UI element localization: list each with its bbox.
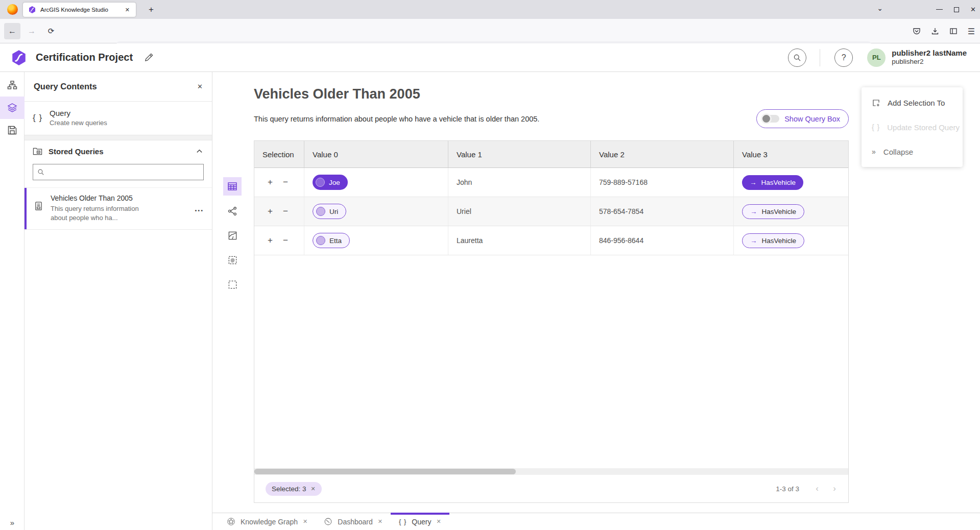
cell-value[interactable]: Lauretta (448, 226, 591, 255)
sidebar-icon[interactable] (949, 27, 958, 35)
map-view-button[interactable] (223, 226, 242, 245)
toggle-switch[interactable] (762, 115, 779, 123)
cell-value[interactable]: Uriel (448, 197, 591, 226)
stored-query-item[interactable]: Vehicles Older Than 2005 This query retu… (25, 187, 212, 230)
new-query-item[interactable]: { } Query Create new queries (25, 102, 212, 135)
browser-tab[interactable]: ArcGIS Knowledge Studio ✕ (23, 3, 136, 17)
remove-from-selection-icon[interactable]: − (283, 177, 288, 187)
horizontal-scrollbar[interactable] (254, 468, 848, 475)
menu-item-update-stored-query[interactable]: { } Update Stored Query (862, 115, 963, 139)
entity-dot-icon (316, 207, 325, 216)
tab-query[interactable]: { } Query ✕ (391, 513, 449, 530)
query-viewer: Vehicles Older Than 2005 This query retu… (212, 72, 980, 530)
remove-from-selection-icon[interactable]: − (283, 206, 288, 216)
search-button[interactable] (788, 49, 806, 67)
menu-icon[interactable]: ☰ (968, 27, 975, 36)
menu-item-collapse[interactable]: » Collapse (862, 139, 963, 164)
window-minimize-icon[interactable] (936, 9, 943, 10)
entity-pill[interactable]: Uri (313, 204, 346, 219)
rail-expand-icon[interactable]: » (0, 518, 25, 527)
search-input[interactable] (49, 168, 199, 176)
reload-button[interactable]: ⟳ (43, 23, 59, 39)
entity-pill[interactable]: Joe (313, 175, 348, 190)
stored-queries-header[interactable]: Stored Queries (25, 140, 212, 162)
column-header[interactable]: Value 1 (448, 141, 591, 167)
stored-queries-title: Stored Queries (49, 147, 190, 156)
column-header[interactable]: Value 0 (304, 141, 448, 167)
browser-tab-title: ArcGIS Knowledge Studio (40, 7, 119, 13)
chevron-up-icon[interactable] (196, 148, 203, 155)
relationship-pill[interactable]: → HasVehicle (742, 233, 804, 248)
column-header[interactable]: Selection (254, 141, 304, 167)
rail-item-data-model[interactable] (0, 74, 25, 97)
page-title: Vehicles Older Than 2005 (254, 86, 420, 102)
tab-dashboard[interactable]: Dashboard ✕ (316, 513, 391, 530)
user-block[interactable]: publisher2 lastName publisher2 (892, 49, 967, 67)
add-to-selection-icon[interactable]: + (268, 235, 273, 246)
selection-context-menu: Add Selection To { } Update Stored Query… (862, 87, 963, 167)
downloads-icon[interactable] (931, 27, 939, 35)
tab-knowledge-graph[interactable]: Knowledge Graph ✕ (219, 513, 316, 530)
help-button[interactable]: ? (834, 49, 853, 67)
show-query-box-label: Show Query Box (784, 115, 840, 123)
user-subtitle: publisher2 (892, 58, 967, 66)
stored-queries-search[interactable] (33, 164, 204, 180)
firefox-logo-icon[interactable] (7, 4, 18, 15)
new-tab-button[interactable]: + (145, 4, 157, 16)
density-icon (228, 255, 237, 265)
query-item-subtitle: Create new queries (50, 119, 107, 127)
table-view-button[interactable] (223, 177, 242, 196)
back-button[interactable]: ← (4, 23, 20, 39)
tab-list-chevron-icon[interactable]: ⌄ (877, 4, 883, 12)
map-curve-icon (228, 231, 237, 240)
add-to-selection-icon[interactable]: + (268, 206, 273, 216)
arrow-right-icon: → (750, 208, 757, 215)
layers-icon (7, 103, 17, 113)
menu-item-add-selection-to[interactable]: Add Selection To (862, 90, 963, 115)
window-maximize-icon[interactable] (954, 7, 959, 12)
cell-value[interactable]: 759-889-57168 (591, 168, 734, 197)
relationship-pill[interactable]: → HasVehicle (742, 204, 804, 219)
browser-navbar: ← → ⟳ https://dev0028833.esri.com/portal… (0, 19, 980, 43)
column-header[interactable]: Value 3 (734, 141, 848, 167)
rail-item-contents[interactable] (0, 97, 25, 119)
tab-close-icon[interactable]: ✕ (303, 518, 307, 525)
entity-dot-icon (316, 236, 325, 245)
view-tabs-bar: Knowledge Graph ✕ Dashboard ✕ { } Query … (212, 513, 980, 530)
selected-count-chip[interactable]: Selected: 3 ✕ (266, 482, 322, 496)
column-header[interactable]: Value 2 (591, 141, 734, 167)
avatar[interactable]: PL (867, 49, 886, 67)
tab-close-icon[interactable]: ✕ (436, 518, 441, 525)
selection-tool-button[interactable] (223, 275, 242, 294)
panel-close-icon[interactable]: ✕ (197, 83, 203, 90)
show-query-box-toggle[interactable]: Show Query Box (756, 109, 849, 128)
cell-value[interactable]: John (448, 168, 591, 197)
previous-page-icon[interactable]: ‹ (810, 482, 824, 495)
tab-close-icon[interactable]: ✕ (123, 6, 132, 14)
arcgis-knowledge-logo-icon (10, 49, 28, 66)
next-page-icon[interactable]: › (828, 482, 841, 495)
table-row[interactable]: + − Uri Uriel 578-654-7854 → HasVehicle (254, 197, 848, 226)
table-row[interactable]: + − Etta Lauretta 846-956-8644 → HasVehi… (254, 226, 848, 255)
remove-from-selection-icon[interactable]: − (283, 235, 288, 246)
density-view-button[interactable] (223, 251, 242, 269)
tab-close-icon[interactable]: ✕ (378, 518, 383, 525)
item-options-icon[interactable]: ••• (195, 207, 204, 213)
cell-value[interactable]: 578-654-7854 (591, 197, 734, 226)
edit-pencil-icon[interactable] (144, 53, 154, 62)
pocket-icon[interactable] (913, 27, 921, 35)
arrow-right-icon: → (750, 179, 757, 186)
cell-value[interactable]: 846-956-8644 (591, 226, 734, 255)
rail-item-save[interactable] (0, 119, 25, 141)
relationship-pill[interactable]: → HasVehicle (742, 175, 803, 190)
link-chart-view-button[interactable] (223, 202, 242, 220)
forward-button[interactable]: → (23, 23, 40, 39)
dashed-selection-icon (228, 280, 237, 290)
add-to-selection-icon[interactable]: + (268, 177, 273, 187)
entity-pill[interactable]: Etta (313, 233, 350, 248)
scrollbar-thumb[interactable] (254, 469, 516, 474)
clear-selection-icon[interactable]: ✕ (311, 486, 316, 492)
window-close-icon[interactable]: ✕ (970, 6, 976, 13)
table-row[interactable]: + − Joe John 759-889-57168 → HasVehicle (254, 168, 848, 197)
panel-section-divider (25, 135, 212, 140)
